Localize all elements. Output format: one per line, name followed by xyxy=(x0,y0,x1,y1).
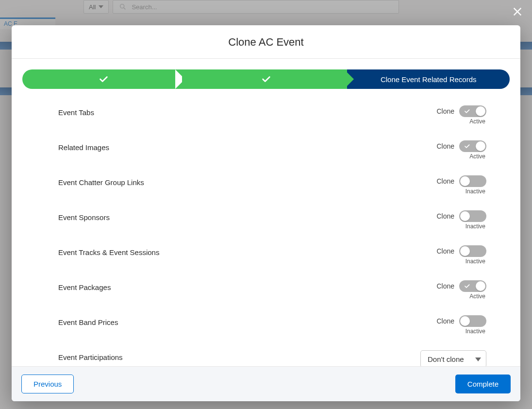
clone-label: Clone xyxy=(436,107,454,115)
svg-line-1 xyxy=(124,8,125,9)
row-label: Event Band Prices xyxy=(58,315,118,326)
clone-toggle[interactable] xyxy=(459,140,486,152)
progress-step-2[interactable] xyxy=(185,69,348,89)
close-icon xyxy=(512,6,523,17)
clone-label: Clone xyxy=(436,212,454,220)
complete-button[interactable]: Complete xyxy=(455,375,511,393)
clone-toggle[interactable] xyxy=(459,280,486,292)
search-placeholder: Search... xyxy=(132,3,157,11)
clone-toggle[interactable] xyxy=(459,105,486,117)
toggle-col: CloneActive xyxy=(436,280,486,300)
row-3: Event SponsorsCloneInactive xyxy=(58,203,486,238)
check-icon xyxy=(261,74,271,85)
modal-footer: Previous Complete xyxy=(12,366,520,401)
row-4: Event Tracks & Event SessionsCloneInacti… xyxy=(58,238,486,273)
participations-select[interactable]: Don't clone xyxy=(420,350,486,366)
row-label: Event Packages xyxy=(58,280,111,291)
row-5: Event PackagesCloneActive xyxy=(58,273,486,307)
clone-toggle[interactable] xyxy=(459,245,486,257)
clone-label: Clone xyxy=(436,317,454,325)
toggle-status: Active xyxy=(469,153,486,160)
toggle-col: CloneInactive xyxy=(436,315,486,335)
select-value: Don't clone xyxy=(428,355,464,363)
toggle-knob xyxy=(460,316,470,326)
previous-button[interactable]: Previous xyxy=(21,375,74,393)
row-label: Event Tracks & Event Sessions xyxy=(58,245,159,256)
progress-indicator: Clone Event Related Records xyxy=(12,59,520,93)
clone-toggle[interactable] xyxy=(459,210,486,222)
toggle-col: CloneActive xyxy=(436,105,486,125)
row-1: Related ImagesCloneActive xyxy=(58,133,486,168)
toggle-knob xyxy=(476,141,485,151)
toggle-col: CloneInactive xyxy=(436,210,486,230)
toggle-col: CloneInactive xyxy=(436,175,486,195)
check-icon xyxy=(463,142,471,150)
toggle-col: CloneActive xyxy=(436,140,486,160)
clone-label: Clone xyxy=(436,282,454,290)
toggle-knob xyxy=(460,211,470,221)
clone-label: Clone xyxy=(436,142,454,150)
row-label: Related Images xyxy=(58,140,109,152)
row-0: Event TabsCloneActive xyxy=(58,98,486,133)
row-6: Event Band PricesCloneInactive xyxy=(58,307,486,342)
toggle-status: Inactive xyxy=(466,328,486,335)
check-icon xyxy=(463,282,471,290)
toggle-knob xyxy=(460,246,470,256)
scope-selector: All xyxy=(83,0,109,14)
clone-toggle[interactable] xyxy=(459,175,486,187)
row-2: Event Chatter Group LinksCloneInactive xyxy=(58,168,486,203)
toggle-status: Active xyxy=(469,118,486,125)
toggle-status: Active xyxy=(469,293,486,300)
search-icon xyxy=(119,3,127,11)
scope-label: All xyxy=(89,3,96,11)
clone-label: Clone xyxy=(436,177,454,185)
modal-body: Event TabsCloneActiveRelated ImagesClone… xyxy=(12,93,520,366)
row-event-participations: Event Participations Don't clone xyxy=(58,342,486,366)
row-label: Event Chatter Group Links xyxy=(58,175,144,187)
clone-event-modal: Clone AC Event Clone Event Related Recor… xyxy=(12,25,520,401)
clone-toggle[interactable] xyxy=(459,315,486,327)
check-icon xyxy=(463,107,471,115)
toggle-status: Inactive xyxy=(466,258,486,265)
toggle-knob xyxy=(476,106,485,116)
chevron-down-icon xyxy=(475,358,481,361)
modal-title: Clone AC Event xyxy=(12,25,520,59)
progress-step-1[interactable] xyxy=(22,69,185,89)
clone-label: Clone xyxy=(436,247,454,255)
toggle-knob xyxy=(476,281,485,291)
toggle-status: Inactive xyxy=(466,223,486,230)
progress-step-3-label: Clone Event Related Records xyxy=(381,75,477,84)
progress-step-3-current[interactable]: Clone Event Related Records xyxy=(347,69,510,89)
toggle-col: CloneInactive xyxy=(436,245,486,265)
toggle-status: Inactive xyxy=(466,188,486,195)
caret-down-icon xyxy=(99,5,103,8)
global-search: Search... xyxy=(113,0,399,14)
row-label: Event Tabs xyxy=(58,105,94,117)
close-button[interactable] xyxy=(511,5,524,18)
check-icon xyxy=(98,74,109,85)
row-label: Event Participations xyxy=(58,350,123,361)
svg-point-0 xyxy=(120,4,124,8)
row-label: Event Sponsors xyxy=(58,210,110,222)
toggle-knob xyxy=(460,176,470,186)
